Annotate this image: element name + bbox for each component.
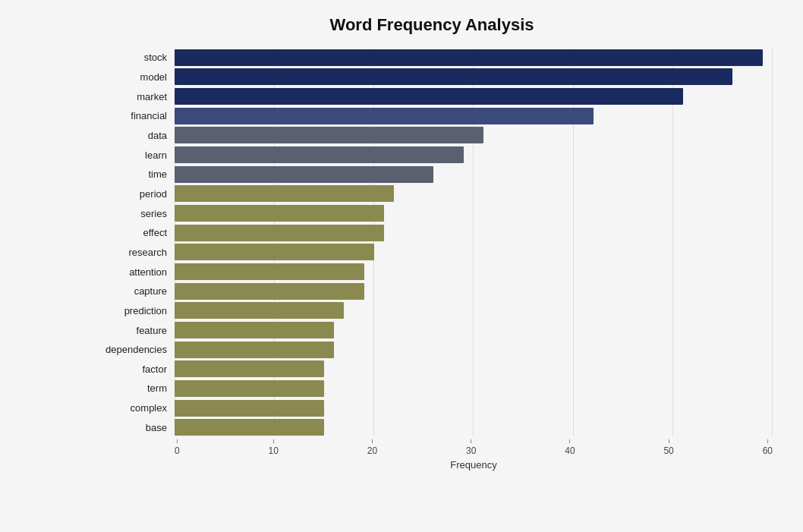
bar-label: capture bbox=[91, 285, 175, 297]
bar-row: series bbox=[91, 204, 773, 222]
x-tick: 20 bbox=[367, 439, 377, 456]
bar-row: base bbox=[91, 418, 773, 436]
bar-row: prediction bbox=[91, 302, 773, 320]
bar-label: factor bbox=[91, 364, 175, 375]
bar-fill bbox=[175, 263, 364, 280]
x-axis-label: Frequency bbox=[175, 459, 773, 471]
bar-fill bbox=[175, 283, 364, 300]
bar-fill bbox=[175, 185, 394, 202]
bar-fill bbox=[175, 302, 344, 319]
bar-fill bbox=[175, 244, 374, 260]
bar-fill bbox=[175, 400, 324, 417]
chart-container: Word Frequency Analysis stockmodelmarket… bbox=[0, 0, 803, 532]
x-tick-label: 30 bbox=[466, 445, 476, 456]
x-tick: 40 bbox=[565, 439, 575, 456]
bar-label: feature bbox=[91, 325, 175, 336]
bar-fill bbox=[175, 68, 732, 85]
x-tick-line bbox=[177, 439, 178, 443]
bar-label: data bbox=[91, 130, 175, 141]
x-tick-line bbox=[767, 439, 768, 443]
x-tick-label: 60 bbox=[763, 445, 773, 456]
bar-fill bbox=[175, 419, 324, 436]
bar-fill bbox=[175, 380, 324, 397]
x-tick-line bbox=[669, 439, 669, 443]
bar-row: research bbox=[91, 244, 773, 262]
bar-row: dependencies bbox=[91, 341, 773, 359]
bar-fill bbox=[175, 146, 464, 163]
chart-title: Word Frequency Analysis bbox=[91, 15, 773, 35]
bar-label: effect bbox=[91, 227, 175, 238]
bar-label: complex bbox=[91, 402, 175, 414]
bar-row: stock bbox=[91, 49, 773, 67]
bar-fill bbox=[175, 322, 334, 338]
bars-area: stockmodelmarketfinancialdatalearntimepe… bbox=[91, 49, 773, 436]
bar-row: feature bbox=[91, 321, 773, 339]
bar-row: factor bbox=[91, 360, 773, 379]
bar-row: complex bbox=[91, 399, 773, 417]
x-tick-label: 40 bbox=[565, 445, 575, 456]
bar-label: series bbox=[91, 208, 175, 219]
bar-row: effect bbox=[91, 224, 773, 242]
bar-row: period bbox=[91, 185, 773, 203]
bar-fill bbox=[175, 108, 594, 124]
x-tick-line bbox=[471, 439, 471, 443]
bar-label: attention bbox=[91, 266, 175, 278]
bar-label: dependencies bbox=[91, 344, 175, 355]
bar-fill bbox=[175, 49, 763, 66]
bar-row: model bbox=[91, 68, 773, 87]
x-tick-label: 0 bbox=[175, 445, 180, 456]
x-tick: 10 bbox=[269, 439, 279, 456]
bar-label: learn bbox=[91, 150, 175, 161]
bar-row: term bbox=[91, 379, 773, 398]
bar-label: model bbox=[91, 71, 175, 83]
bar-row: financial bbox=[91, 107, 773, 125]
bar-fill bbox=[175, 127, 483, 143]
x-tick: 50 bbox=[663, 439, 673, 456]
x-tick-label: 20 bbox=[367, 445, 377, 456]
x-tick: 30 bbox=[466, 439, 476, 456]
bar-label: period bbox=[91, 188, 175, 200]
bar-label: research bbox=[91, 247, 175, 258]
bar-label: financial bbox=[91, 110, 175, 121]
bar-label: stock bbox=[91, 52, 175, 63]
bar-row: time bbox=[91, 165, 773, 184]
x-axis: 0102030405060 Frequency bbox=[91, 439, 773, 471]
bar-label: base bbox=[91, 422, 175, 433]
bar-row: capture bbox=[91, 282, 773, 301]
x-tick-line bbox=[372, 439, 373, 443]
x-tick-line bbox=[273, 439, 274, 443]
bar-label: time bbox=[91, 168, 175, 180]
x-tick-line bbox=[569, 439, 570, 443]
x-tick-label: 50 bbox=[663, 445, 673, 456]
bar-fill bbox=[175, 166, 433, 183]
bar-fill bbox=[175, 88, 683, 105]
bar-row: data bbox=[91, 127, 773, 145]
bar-label: prediction bbox=[91, 305, 175, 316]
bar-fill bbox=[175, 342, 334, 358]
x-tick-label: 10 bbox=[269, 445, 279, 456]
bar-label: market bbox=[91, 91, 175, 102]
x-tick: 0 bbox=[175, 439, 180, 456]
bar-row: market bbox=[91, 87, 773, 105]
bar-label: term bbox=[91, 382, 175, 394]
bar-fill bbox=[175, 205, 384, 222]
bar-fill bbox=[175, 225, 384, 241]
bar-fill bbox=[175, 360, 324, 377]
bar-row: learn bbox=[91, 146, 773, 164]
x-tick: 60 bbox=[763, 439, 773, 456]
bar-row: attention bbox=[91, 263, 773, 281]
